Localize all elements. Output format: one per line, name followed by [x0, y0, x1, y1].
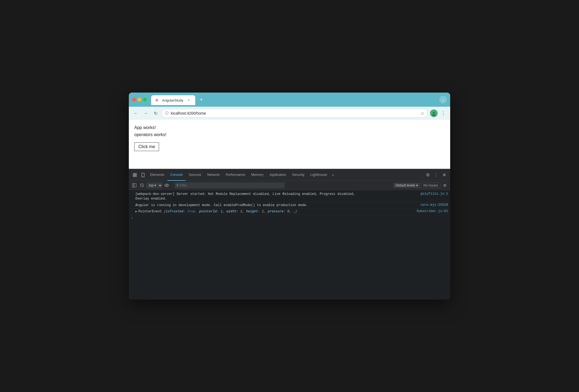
svg-rect-9	[134, 183, 136, 187]
svg-rect-2	[133, 173, 135, 175]
tab-network[interactable]: Network	[205, 169, 223, 181]
default-levels-button[interactable]: Default levels ▾	[393, 183, 420, 188]
svg-rect-5	[135, 175, 136, 177]
console-clear-button[interactable]	[139, 182, 145, 189]
svg-rect-4	[135, 173, 136, 175]
prompt-chevron-icon: ›	[131, 216, 133, 220]
toolbar-divider	[172, 183, 172, 188]
close-window-button[interactable]	[132, 98, 136, 102]
console-link-core[interactable]: core.mjs:25520	[416, 203, 448, 207]
tab-close-button[interactable]: ×	[187, 98, 191, 102]
forward-button[interactable]: →	[142, 109, 150, 117]
svg-line-11	[141, 184, 143, 186]
tab-memory[interactable]: Memory	[248, 169, 266, 181]
new-tab-button[interactable]: +	[197, 96, 205, 103]
tab-performance[interactable]: Performance	[223, 169, 248, 181]
address-input-container[interactable]: ⓘ localhost:4200/home ☆	[161, 109, 428, 118]
devtools-more-button[interactable]: ⋮	[432, 171, 440, 179]
no-issues-badge[interactable]: No Issues	[421, 183, 440, 188]
console-line-text: PointerEvent {isTrusted: true, pointerId…	[138, 209, 412, 214]
console-output: [webpack-dev-server] Server started: Hot…	[129, 190, 450, 299]
devtools-toolbar: Elements Console Sources Network Perform…	[129, 169, 450, 181]
filter-icon: ⊻	[176, 183, 178, 187]
traffic-lights	[132, 98, 147, 102]
svg-point-7	[143, 176, 143, 176]
tab-sources[interactable]: Sources	[186, 169, 204, 181]
console-link-polyfills[interactable]: polyfills.js:1	[416, 192, 448, 196]
tab-console[interactable]: Console	[167, 169, 185, 181]
operators-works-text: operators works!	[134, 131, 445, 138]
console-line: Angular is running in development mode. …	[129, 202, 450, 209]
svg-rect-8	[132, 183, 134, 187]
live-expressions-button[interactable]	[163, 182, 170, 189]
svg-point-12	[164, 184, 169, 187]
svg-point-0	[433, 112, 435, 114]
security-lock-icon: ⓘ	[165, 111, 169, 116]
svg-rect-3	[133, 175, 135, 177]
profile-icon[interactable]	[430, 109, 438, 117]
console-prompt[interactable]: ›	[129, 215, 450, 221]
tab-title: AngularStudy	[162, 98, 183, 102]
title-bar-chevron[interactable]: ⌄	[439, 96, 447, 103]
console-link-subscriber[interactable]: Subscriber.js:91	[412, 209, 448, 213]
devtools-panel: Elements Console Sources Network Perform…	[129, 169, 450, 299]
filter-bar[interactable]: ⊻	[175, 182, 285, 188]
console-settings-button[interactable]: ⚙	[441, 182, 448, 189]
click-me-button[interactable]: Click me	[134, 142, 159, 151]
more-tabs-button[interactable]: »	[330, 172, 336, 178]
more-options-button[interactable]: ⋮	[440, 109, 447, 117]
address-url: localhost:4200/home	[171, 111, 418, 115]
devtools-device-toolbar-button[interactable]	[139, 171, 147, 179]
title-bar: A AngularStudy × + ⌄	[129, 93, 450, 107]
tab-security[interactable]: Security	[290, 169, 307, 181]
address-bar: ← → ↻ ⓘ localhost:4200/home ☆ ⋮	[129, 107, 450, 120]
browser-tab[interactable]: A AngularStudy ×	[151, 95, 195, 105]
console-sidebar-button[interactable]	[131, 182, 138, 189]
context-selector[interactable]: top ▾	[146, 182, 162, 188]
svg-point-13	[166, 185, 167, 186]
minimize-window-button[interactable]	[138, 98, 141, 102]
tab-application[interactable]: Application	[267, 169, 289, 181]
app-works-text: App works!	[134, 124, 445, 131]
maximize-window-button[interactable]	[143, 98, 147, 102]
devtools-secondary-toolbar: top ▾ ⊻ Default levels ▾ No Issues ⚙	[129, 181, 450, 190]
default-levels-label: Default levels ▾	[395, 183, 418, 187]
browser-window: A AngularStudy × + ⌄ ← → ↻ ⓘ localhost:4…	[129, 93, 450, 299]
devtools-inspect-button[interactable]	[131, 171, 139, 179]
page-content: App works! operators works! Click me	[129, 120, 450, 169]
chevron-icon: ⌄	[441, 97, 445, 102]
console-line: ▶ PointerEvent {isTrusted: true, pointer…	[129, 209, 450, 215]
tab-favicon: A	[156, 98, 160, 102]
devtools-settings-button[interactable]: ⚙	[424, 171, 432, 179]
svg-point-1	[432, 114, 436, 116]
devtools-close-button[interactable]: ✕	[440, 171, 448, 179]
console-line-text: Angular is running in development mode. …	[135, 203, 416, 208]
bookmark-icon[interactable]: ☆	[420, 111, 424, 116]
console-line-text: [webpack-dev-server] Server started: Hot…	[135, 192, 416, 201]
tab-lighthouse[interactable]: Lighthouse	[308, 169, 330, 181]
console-line: [webpack-dev-server] Server started: Hot…	[129, 191, 450, 202]
reload-button[interactable]: ↻	[152, 109, 159, 117]
tab-elements[interactable]: Elements	[147, 169, 167, 181]
back-button[interactable]: ←	[132, 109, 140, 117]
expand-arrow-icon[interactable]: ▶	[135, 210, 137, 213]
filter-input[interactable]	[179, 183, 283, 187]
